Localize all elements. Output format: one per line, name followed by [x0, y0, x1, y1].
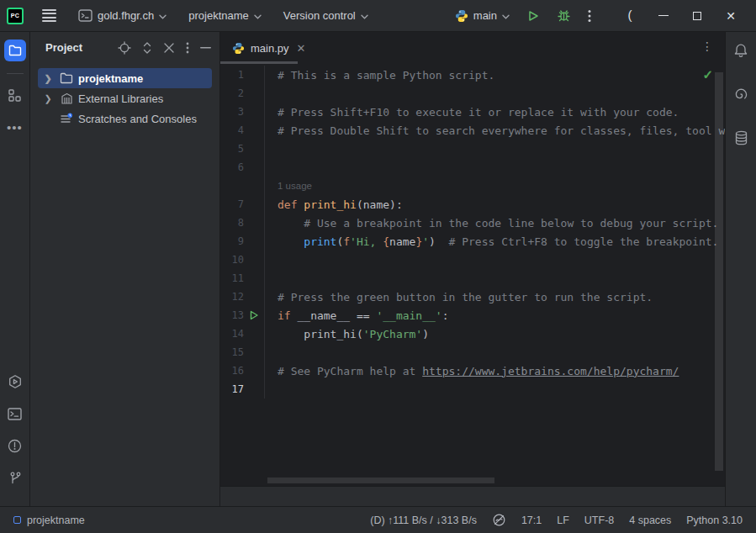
- git-tool-button[interactable]: [4, 467, 26, 488]
- main-menu-button[interactable]: [35, 4, 63, 27]
- menu-version-control-label: Version control: [283, 9, 356, 22]
- code-line[interactable]: 7def print_hi(name):: [220, 195, 725, 214]
- line-number[interactable]: 6: [220, 161, 244, 173]
- run-button[interactable]: [520, 5, 547, 27]
- run-configuration-selector[interactable]: main: [448, 5, 516, 27]
- code-line[interactable]: 2: [220, 84, 725, 103]
- terminal-tool-button[interactable]: [4, 403, 26, 425]
- line-number[interactable]: 2: [220, 87, 244, 99]
- line-number[interactable]: 11: [220, 272, 244, 284]
- tree-item-scratches[interactable]: Scratches and Consoles: [38, 108, 212, 129]
- code-line[interactable]: 6: [220, 158, 725, 177]
- code-line[interactable]: 11: [220, 269, 725, 288]
- line-number[interactable]: 17: [220, 383, 244, 395]
- window-close-button[interactable]: ✕: [714, 3, 748, 29]
- menu-projektname[interactable]: projektname: [182, 5, 268, 26]
- ai-assistant-tool-button[interactable]: [730, 83, 752, 105]
- code-line[interactable]: 8 # Use a breakpoint in the code line be…: [220, 214, 725, 232]
- pycharm-window: PC gold.fhgr.ch projektname Version cont…: [0, 0, 756, 533]
- problems-tool-button[interactable]: [4, 435, 26, 456]
- tree-item-projektname[interactable]: ❯ projektname: [38, 68, 212, 88]
- services-tool-button[interactable]: [4, 371, 26, 393]
- code-line[interactable]: 1# This is a sample Python script.: [220, 66, 725, 84]
- status-project-label: projektname: [27, 515, 85, 526]
- code-line[interactable]: 9 print(f'Hi, {name}') # Press Ctrl+F8 t…: [220, 232, 725, 251]
- line-number[interactable]: 13: [220, 309, 244, 321]
- status-project-widget[interactable]: projektname: [13, 515, 85, 526]
- project-widget-button[interactable]: gold.fhgr.ch: [71, 5, 173, 26]
- tree-item-external-libraries[interactable]: ❯ External Libraries: [38, 88, 212, 108]
- locate-file-icon[interactable]: [118, 41, 131, 55]
- inspections-ok-icon[interactable]: ✓: [702, 67, 713, 82]
- code-line[interactable]: 17: [220, 380, 725, 398]
- inlay-hint-line[interactable]: 1 usage: [220, 177, 725, 195]
- tab-main-py[interactable]: main.py ✕: [220, 32, 315, 64]
- horizontal-scrollbar[interactable]: [267, 478, 494, 483]
- caret-position-widget[interactable]: 17:1: [521, 515, 542, 526]
- code-line[interactable]: 12# Press the green button in the gutter…: [220, 288, 725, 306]
- notifications-tool-button[interactable]: [730, 40, 752, 61]
- panel-options-icon[interactable]: [186, 42, 189, 54]
- tab-close-icon[interactable]: ✕: [297, 42, 306, 55]
- collapse-all-icon[interactable]: [163, 42, 175, 54]
- project-tool-button[interactable]: [4, 40, 26, 61]
- crescent-icon: (: [628, 8, 632, 22]
- code-line[interactable]: 15: [220, 343, 725, 361]
- line-separator-widget[interactable]: LF: [557, 515, 569, 526]
- line-number[interactable]: 10: [220, 254, 244, 266]
- tree-item-label: projektname: [78, 72, 143, 85]
- vertical-scrollbar[interactable]: [715, 72, 723, 471]
- inspections-widget[interactable]: [492, 513, 506, 527]
- chevron-down-icon: [159, 14, 167, 19]
- scratches-icon: [59, 113, 74, 125]
- code-line[interactable]: 14 print_hi('PyCharm'): [220, 325, 725, 343]
- menu-version-control[interactable]: Version control: [277, 5, 375, 26]
- network-speed-indicator[interactable]: (D) ↑111 B/s / ↓313 B/s: [370, 515, 477, 526]
- usages-inlay-hint[interactable]: 1 usage: [278, 181, 312, 191]
- chevron-down-icon: [361, 14, 368, 19]
- line-number[interactable]: 4: [220, 124, 244, 136]
- expand-collapse-icon[interactable]: [142, 41, 152, 55]
- code-line[interactable]: 3# Press Shift+F10 to execute it or repl…: [220, 103, 725, 121]
- chevron-down-icon: [502, 14, 510, 19]
- line-number[interactable]: 5: [220, 143, 244, 155]
- bell-icon: [733, 43, 748, 58]
- code-line[interactable]: 13if __name__ == '__main__':: [220, 306, 725, 325]
- line-number[interactable]: 8: [220, 217, 244, 229]
- encoding-widget[interactable]: UTF-8: [584, 515, 614, 526]
- line-number[interactable]: 7: [220, 198, 244, 210]
- line-number[interactable]: 1: [220, 69, 244, 81]
- line-number[interactable]: 16: [220, 365, 244, 377]
- line-number[interactable]: 12: [220, 291, 244, 303]
- window-maximize-button[interactable]: [680, 3, 714, 29]
- chevron-right-icon[interactable]: ❯: [41, 93, 55, 104]
- chevron-right-icon[interactable]: ❯: [41, 73, 55, 84]
- window-shade-button[interactable]: (: [613, 3, 647, 29]
- code-line[interactable]: 16# See PyCharm help at https://www.jetb…: [220, 361, 725, 380]
- code-line[interactable]: 4# Press Double Shift to search everywhe…: [220, 121, 725, 140]
- gutter-run-icon[interactable]: [244, 310, 264, 320]
- line-number[interactable]: 9: [220, 235, 244, 247]
- code-editor[interactable]: 1# This is a sample Python script.23# Pr…: [220, 64, 725, 486]
- services-icon: [8, 374, 23, 389]
- code-line[interactable]: 10: [220, 251, 725, 269]
- chevron-down-icon: [254, 14, 262, 19]
- database-tool-button[interactable]: [730, 127, 752, 149]
- line-number[interactable]: 3: [220, 106, 244, 118]
- project-status-icon: [13, 516, 21, 524]
- line-number[interactable]: 15: [220, 346, 244, 358]
- project-panel: Project ❯ projektname: [30, 32, 220, 506]
- project-tree: ❯ projektname ❯ External Libraries: [30, 63, 219, 129]
- window-minimize-button[interactable]: [647, 3, 680, 29]
- structure-tool-button[interactable]: [4, 84, 26, 106]
- line-number[interactable]: 14: [220, 328, 244, 340]
- more-tools-button[interactable]: •••: [4, 116, 26, 138]
- ai-spiral-icon: [733, 87, 748, 102]
- hide-panel-icon[interactable]: [200, 46, 211, 50]
- code-line[interactable]: 5: [220, 140, 725, 158]
- editor-options-icon[interactable]: ⋮: [701, 40, 713, 53]
- more-actions-button[interactable]: [581, 5, 598, 27]
- interpreter-widget[interactable]: Python 3.10: [686, 515, 743, 526]
- indent-widget[interactable]: 4 spaces: [629, 515, 671, 526]
- debug-button[interactable]: [550, 4, 578, 27]
